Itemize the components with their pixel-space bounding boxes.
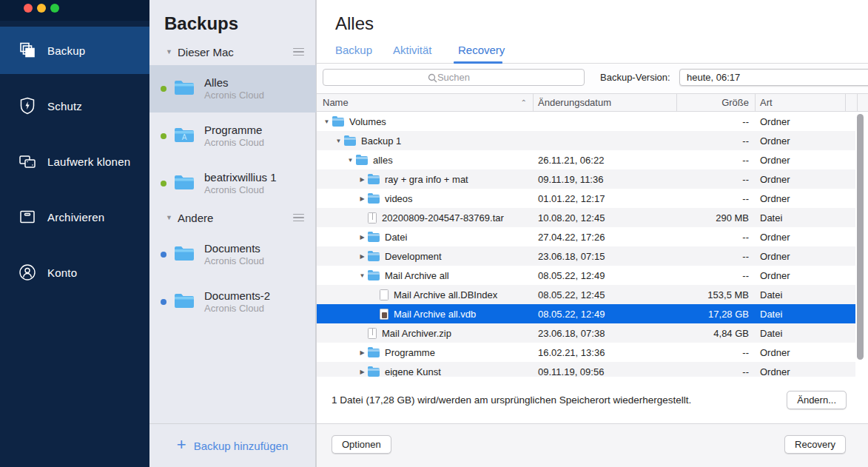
folder-icon: [368, 368, 380, 377]
zoom-window-button[interactable]: [50, 4, 59, 13]
disclosure-triangle-icon[interactable]: ▼: [357, 272, 368, 279]
plus-icon: +: [177, 435, 186, 454]
section-menu-icon[interactable]: [293, 214, 304, 222]
backup-version-select[interactable]: heute, 06:17 ▲▼: [679, 69, 868, 86]
file-name-cell: Mail Archive all.DBIndex: [317, 289, 533, 300]
disclosure-triangle-icon[interactable]: ▶: [357, 176, 368, 183]
file-size: --: [676, 270, 755, 281]
clone-drive-icon: [17, 151, 38, 172]
add-backup-button[interactable]: + Backup hinzufügen: [149, 423, 315, 467]
table-row[interactable]: ▶Datei27.04.22, 17:26--Ordner: [317, 227, 855, 246]
file-name: videos: [385, 193, 413, 204]
column-header-name[interactable]: Name ⌃: [317, 94, 533, 111]
file-name: Mail Archive all.DBIndex: [394, 289, 497, 300]
options-button[interactable]: Optionen: [332, 435, 391, 454]
file-date: 09.11.19, 09:56: [533, 366, 676, 377]
sidebar-item-konto[interactable]: Konto: [0, 249, 149, 296]
disclosure-triangle-icon[interactable]: ▶: [357, 369, 368, 375]
file-name-cell: ▶eigene Kunst: [317, 366, 533, 377]
tab-backup[interactable]: Backup: [335, 44, 372, 56]
disclosure-triangle-icon[interactable]: ▶: [357, 349, 368, 356]
backup-location: Acronis Cloud: [204, 89, 264, 101]
sidebar-item-schutz[interactable]: Schutz: [0, 82, 149, 130]
file-size: --: [676, 174, 755, 185]
backup-name: Programme: [204, 124, 264, 136]
table-row[interactable]: ▶ray + gra info + mat09.11.19, 11:36--Or…: [317, 169, 855, 189]
file-name: Mail Archiver.zip: [382, 328, 451, 339]
table-row[interactable]: ▶Development23.06.18, 07:15--Ordner: [317, 246, 855, 266]
file-name-cell: ▼Volumes: [317, 116, 533, 127]
backup-item-documents-2[interactable]: Documents-2 Acronis Cloud: [149, 278, 316, 326]
table-row[interactable]: ▶eigene Kunst09.11.19, 09:56--Ordner: [317, 362, 855, 377]
table-row[interactable]: ▼alles26.11.21, 06:22--Ordner: [317, 150, 855, 169]
folder-icon: [356, 156, 368, 165]
window-titlebar[interactable]: [0, 0, 149, 21]
backup-version-label: Backup-Version:: [600, 72, 670, 83]
status-dot: [161, 133, 166, 139]
file-size: --: [676, 135, 755, 147]
sidebar-item-archivieren[interactable]: Archivieren: [0, 193, 149, 241]
sort-asc-icon: ⌃: [521, 98, 527, 107]
file-icon: [380, 289, 388, 300]
file-archive-icon: [368, 328, 377, 339]
file-name-cell: ▶Datei: [317, 232, 533, 243]
table-row[interactable]: ▼Backup 1--Ordner: [317, 131, 855, 150]
disclosure-triangle-icon[interactable]: ▼: [166, 48, 175, 56]
backup-location: Acronis Cloud: [204, 255, 264, 267]
backup-item-programme[interactable]: A Programme Acronis Cloud: [149, 112, 316, 160]
table-row[interactable]: Mail Archive all.vdb08.05.22, 12:4917,28…: [317, 304, 855, 323]
table-row[interactable]: ▶videos01.01.22, 12:17--Ordner: [317, 189, 855, 208]
disclosure-triangle-icon[interactable]: ▼: [333, 138, 344, 144]
table-row[interactable]: ▼Mail Archive all08.05.22, 12:49--Ordner: [317, 266, 855, 285]
column-header-groesse[interactable]: Größe: [676, 94, 755, 111]
close-window-button[interactable]: [24, 4, 33, 13]
section-menu-icon[interactable]: [293, 48, 304, 56]
sidebar-item-backup[interactable]: Backup: [0, 27, 149, 74]
backup-location: Acronis Cloud: [204, 302, 270, 315]
file-name: Mail Archive all.vdb: [394, 309, 476, 320]
disclosure-triangle-icon[interactable]: ▶: [357, 234, 368, 241]
sidebar-item-laufwerk-klonen[interactable]: Laufwerk klonen: [0, 138, 149, 185]
disclosure-triangle-icon[interactable]: ▶: [357, 253, 368, 260]
backups-panel-title: Backups: [164, 13, 238, 34]
file-size: --: [676, 347, 755, 358]
folder-icon: [173, 78, 195, 99]
sidebar-item-label: Laufwerk klonen: [47, 155, 130, 168]
search-input[interactable]: [323, 70, 584, 85]
backup-item-beatrixwillius[interactable]: beatrixwillius 1 Acronis Cloud: [149, 160, 316, 207]
file-date: 08.05.22, 12:49: [533, 270, 676, 281]
file-kind: Datei: [755, 309, 845, 320]
table-row[interactable]: ▼Volumes--Ordner: [317, 112, 855, 131]
column-header-art[interactable]: Art: [755, 94, 845, 111]
file-kind: Ordner: [755, 232, 845, 243]
backup-item-documents[interactable]: Documents Acronis Cloud: [149, 231, 316, 278]
backup-version-value: heute, 06:17: [687, 72, 740, 83]
section-dieser-mac[interactable]: ▼ Dieser Mac: [149, 44, 316, 59]
disclosure-triangle-icon[interactable]: ▼: [166, 214, 175, 221]
tab-recovery[interactable]: Recovery: [458, 44, 505, 56]
recovery-button[interactable]: Recovery: [784, 435, 846, 454]
file-media-icon: [380, 309, 388, 320]
folder-icon: [368, 195, 380, 204]
table-row[interactable]: 20200809-204547-83769.tar10.08.20, 12:45…: [317, 208, 855, 227]
column-header-aenderungsdatum[interactable]: Änderungsdatum: [533, 94, 676, 111]
table-row[interactable]: ▶Programme16.02.21, 13:36--Ordner: [317, 343, 855, 362]
scrollbar-thumb[interactable]: [857, 114, 864, 360]
search-field[interactable]: [323, 69, 585, 86]
disclosure-triangle-icon[interactable]: ▶: [357, 195, 368, 202]
disclosure-triangle-icon[interactable]: ▼: [345, 157, 356, 164]
change-button[interactable]: Ändern...: [787, 391, 847, 409]
file-name: Datei: [385, 232, 407, 243]
disclosure-triangle-icon[interactable]: ▼: [321, 118, 332, 125]
main-content: Alles Backup Aktivität Recovery Backup-V…: [316, 0, 868, 467]
add-backup-label: Backup hinzufügen: [194, 440, 289, 452]
backup-item-alles[interactable]: Alles Acronis Cloud: [149, 65, 316, 112]
toolbar: Backup-Version: heute, 06:17 ▲▼: [317, 64, 868, 93]
section-andere[interactable]: ▼ Andere: [149, 210, 316, 225]
table-row[interactable]: Mail Archive all.DBIndex08.05.22, 12:451…: [317, 285, 855, 304]
file-archive-icon: [368, 212, 377, 224]
tab-aktivitaet[interactable]: Aktivität: [393, 44, 432, 56]
minimize-window-button[interactable]: [37, 4, 46, 13]
folder-icon: [173, 173, 195, 194]
table-row[interactable]: Mail Archiver.zip23.06.18, 07:384,84 GBD…: [317, 323, 855, 343]
